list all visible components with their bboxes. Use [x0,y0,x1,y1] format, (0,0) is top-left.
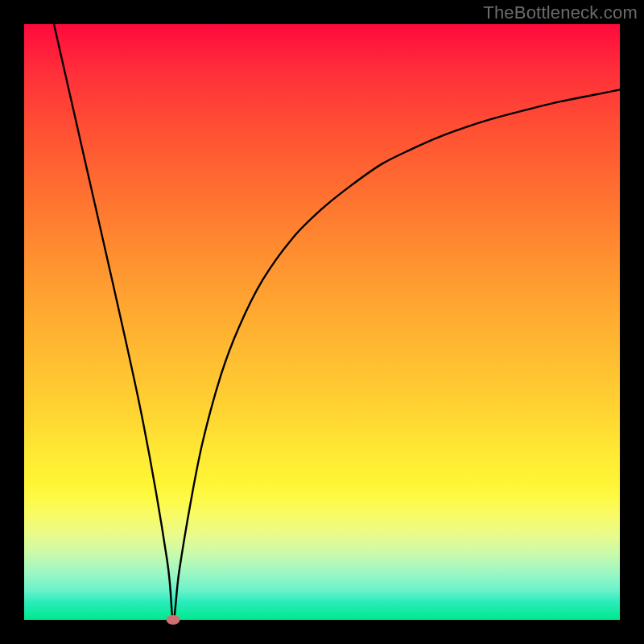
minimum-marker-icon [167,615,180,625]
bottleneck-curve [24,24,620,620]
watermark-text: TheBottleneck.com [483,2,638,23]
